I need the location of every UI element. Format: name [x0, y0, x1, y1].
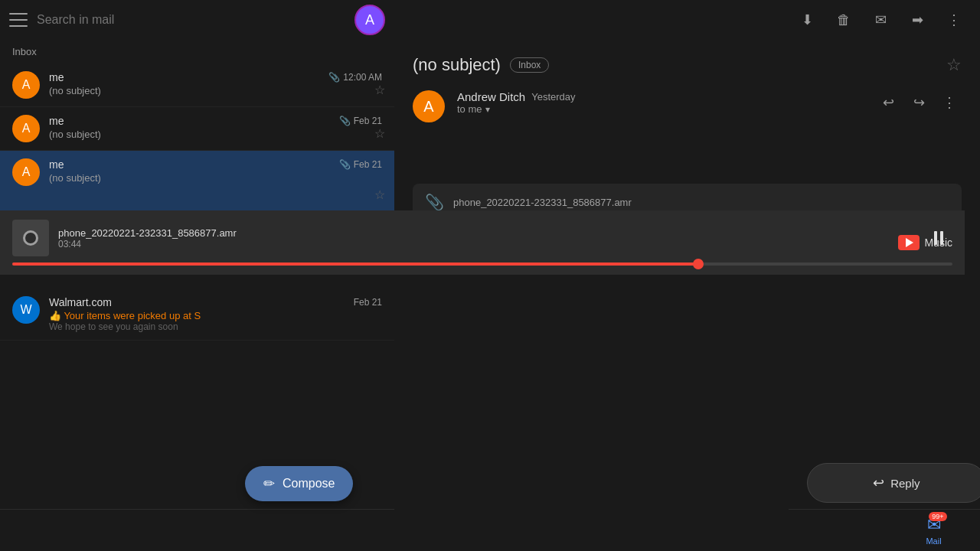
reply-btn-label: Reply	[890, 477, 920, 490]
email-preview: We hope to see you again soon	[49, 321, 382, 332]
email-item-selected[interactable]: A me 📎 Feb 21 (no subject) ☆	[0, 151, 394, 212]
bottom-nav: ✉ 99+ Mail 📹 Meet	[789, 509, 980, 551]
attachment-icon: 📎	[339, 116, 351, 126]
reply-button[interactable]: ↩ Reply	[807, 463, 980, 503]
compose-button[interactable]: ✏ Compose	[245, 466, 353, 501]
mail-badge: 99+	[929, 512, 946, 521]
sender-name: Andrew Ditch	[457, 90, 525, 103]
chevron-down-icon[interactable]: ▾	[485, 104, 490, 115]
search-input[interactable]	[37, 13, 345, 27]
star-icon[interactable]: ☆	[374, 187, 385, 202]
star-icon[interactable]: ☆	[374, 83, 385, 97]
sender-name: me	[49, 115, 64, 127]
music-label: Music	[924, 236, 952, 249]
sender-name: me	[49, 158, 64, 171]
youtube-music-logo: Music	[898, 235, 952, 250]
avatar: W	[12, 296, 40, 324]
email-msg-header: A Andrew Ditch Yesterday to me ▾ ↩ ↪ ⋮	[413, 90, 962, 122]
mail-icon[interactable]: ✉	[867, 6, 894, 34]
youtube-icon	[898, 235, 920, 250]
avatar[interactable]: A	[354, 5, 385, 35]
to-label: to me	[457, 103, 482, 115]
top-action-bar: ⬇ 🗑 ✉ ➡ ⋮	[781, 0, 980, 40]
reply-btn-icon: ↩	[873, 474, 884, 491]
email-subject: (no subject)	[49, 129, 382, 140]
email-time: Feb 21	[354, 297, 382, 308]
email-item[interactable]: A me 📎 Feb 21 (no subject) ☆	[0, 107, 394, 151]
attachment-icon: 📎	[328, 72, 340, 83]
sender-time: Yesterday	[531, 91, 575, 103]
left-bottom-nav	[0, 509, 394, 551]
sender-name: Walmart.com	[49, 296, 112, 308]
right-panel: ⬇ 🗑 ✉ ➡ ⋮ (no subject) Inbox ☆ A Andrew …	[394, 0, 980, 551]
compose-edit-icon: ✏	[263, 475, 275, 492]
email-subject-header: (no subject) Inbox ☆	[413, 55, 962, 75]
player-progress-bar[interactable]	[12, 262, 952, 266]
email-time: 📎 12:00 AM	[328, 72, 382, 83]
reply-icon[interactable]: ↩	[876, 90, 900, 115]
music-player: phone_20220221-232331_8586877.amr 03:44 …	[0, 210, 965, 275]
avatar: A	[12, 158, 40, 186]
email-subject: (no subject)	[49, 85, 382, 96]
compose-label: Compose	[283, 477, 335, 491]
header: A	[0, 0, 394, 40]
email-item[interactable]: A me 📎 12:00 AM (no subject) ☆	[0, 64, 394, 107]
nav-item-mail[interactable]: ✉ 99+ Mail	[926, 515, 941, 546]
inbox-label: Inbox	[0, 40, 394, 64]
sender-name: me	[49, 71, 64, 83]
sender-avatar: A	[413, 90, 445, 122]
subject-text: (no subject)	[413, 55, 501, 75]
email-item[interactable]: W Walmart.com Feb 21 👍 Your items were p…	[0, 289, 394, 341]
attachment-icon: 📎	[339, 159, 351, 170]
delete-icon[interactable]: 🗑	[830, 6, 858, 34]
player-filename: phone_20220221-232331_8586877.amr	[58, 227, 916, 239]
avatar: A	[12, 71, 40, 99]
move-icon[interactable]: ➡	[903, 6, 931, 34]
archive-icon[interactable]: ⬇	[793, 6, 821, 34]
star-icon[interactable]: ☆	[374, 126, 385, 141]
more-options-icon[interactable]: ⋮	[937, 90, 962, 115]
email-time: 📎 Feb 21	[339, 116, 382, 126]
attachment-filename: phone_20220221-232331_8586877.amr	[453, 197, 949, 208]
avatar: A	[12, 115, 40, 142]
player-progress-handle[interactable]	[693, 259, 704, 269]
email-subject: (no subject)	[49, 172, 382, 184]
player-thumbnail	[12, 220, 49, 256]
player-progress-fill	[12, 262, 698, 266]
more-icon[interactable]: ⋮	[940, 6, 968, 34]
forward-icon[interactable]: ↪	[906, 90, 931, 115]
inbox-badge: Inbox	[510, 57, 549, 73]
star-detail-icon[interactable]: ☆	[946, 55, 962, 75]
attach-file-icon: 📎	[425, 193, 444, 211]
email-subject: 👍 Your items were picked up at S	[49, 310, 382, 321]
mail-nav-label: Mail	[926, 536, 941, 546]
player-duration: 03:44	[58, 239, 916, 249]
menu-icon[interactable]	[9, 11, 28, 29]
email-time: 📎 Feb 21	[339, 159, 382, 170]
bottom-actions: ↩ Reply ↩↩ Reply all ↪ Forward	[789, 457, 980, 509]
